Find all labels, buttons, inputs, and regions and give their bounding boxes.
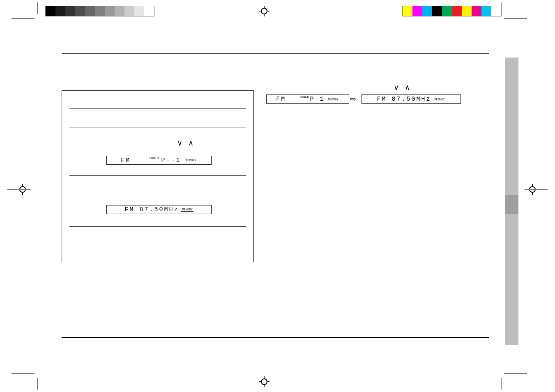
memory-tag: MEMORY: [181, 208, 193, 212]
index-tab: [505, 58, 518, 345]
chevron-down-icon: ∨: [394, 83, 399, 92]
page-rule-bottom: [62, 337, 489, 338]
page-rule-top: [62, 53, 489, 54]
memory-tag: MEMORY: [327, 97, 339, 101]
memory-tag: MEMORY: [185, 159, 197, 162]
lcd-recall-preset: FM TUNED P 1 MEMORY: [266, 95, 349, 104]
lcd-preset-number: P--1: [159, 157, 182, 164]
registration-target-icon: [259, 376, 269, 387]
crop-tick: [12, 373, 35, 374]
step-divider: [69, 175, 246, 176]
lcd-preset-number: P 1: [310, 96, 325, 103]
registration-target-icon: [259, 6, 269, 16]
step-divider: [69, 127, 246, 127]
step-divider: [69, 108, 246, 108]
memory-tag: MEMORY: [433, 97, 445, 101]
crop-tick: [504, 373, 527, 374]
tuned-indicator: TUNED: [299, 95, 309, 99]
color-swatches: [402, 6, 502, 16]
tune-chevrons: ∨ ∧: [177, 138, 193, 148]
crop-strip-bottom: [0, 373, 555, 390]
crop-tick: [501, 2, 502, 14]
crop-tick: [7, 189, 30, 190]
lcd-preset-flash: FM TUNED P--1 MEMORY: [106, 156, 212, 165]
page-body: ∨ ∧ FM TUNED P--1 MEMORY FM 87.50MHz MEM…: [62, 45, 489, 341]
lcd-frequency-text: FM 87.50MHz: [124, 206, 179, 213]
chevron-down-icon: ∨: [177, 138, 182, 148]
steps-box: ∨ ∧ FM TUNED P--1 MEMORY FM 87.50MHz MEM…: [62, 90, 254, 262]
lcd-band-label: FM: [276, 96, 286, 103]
crop-tick: [37, 378, 38, 390]
crop-strip-top: [0, 2, 555, 19]
index-tab-marker: [505, 195, 518, 214]
step-divider: [69, 226, 246, 227]
lcd-frequency: FM 87.50MHz MEMORY: [106, 205, 212, 214]
lcd-recall-frequency: FM 87.50MHz MEMORY: [362, 95, 461, 104]
crop-tick: [525, 189, 548, 190]
tuned-indicator: TUNED: [149, 156, 159, 160]
lcd-frequency-text: FM 87.50MHz: [377, 96, 431, 103]
grayscale-swatches: [45, 6, 154, 16]
crop-tick: [501, 378, 502, 390]
tune-chevrons: ∨ ∧: [394, 83, 410, 92]
crop-tick: [504, 18, 527, 19]
crop-tick: [37, 2, 38, 14]
chevron-up-icon: ∧: [405, 83, 410, 92]
arrow-right-icon: ⇨: [350, 95, 356, 104]
lcd-band-label: FM: [121, 157, 131, 164]
crop-tick: [12, 18, 35, 19]
chevron-up-icon: ∧: [188, 138, 193, 148]
